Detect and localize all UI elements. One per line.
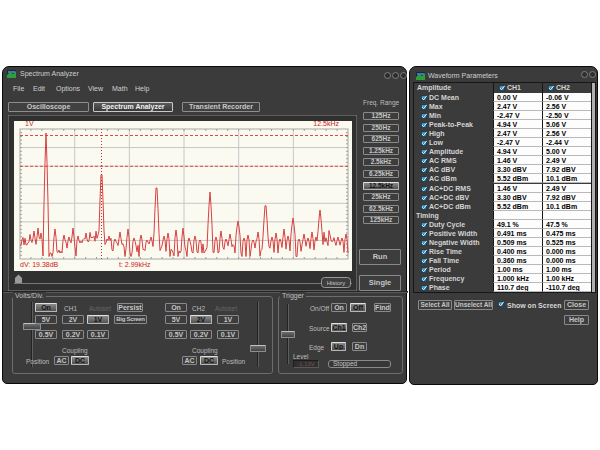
svg-text:12.5kHz: 12.5kHz <box>313 120 339 127</box>
svg-text:History: History <box>327 280 346 286</box>
svg-text:dV: 19.38dB: dV: 19.38dB <box>20 261 59 268</box>
svg-text:1V: 1V <box>25 120 34 127</box>
svg-text:t: 2.99kHz: t: 2.99kHz <box>119 261 151 268</box>
